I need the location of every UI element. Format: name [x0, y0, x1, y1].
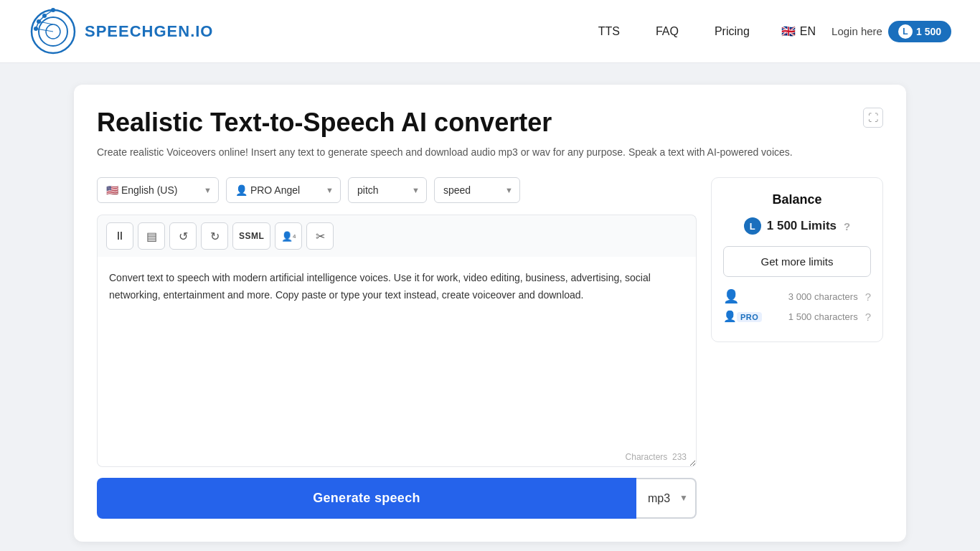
get-more-limits-button[interactable]: Get more limits	[723, 246, 871, 277]
lang-label: EN	[800, 25, 816, 38]
sidebar-panel: Balance L 1 500 Limits ? Get more limits…	[711, 177, 883, 342]
speed-select[interactable]: speed slow normal fast	[434, 177, 520, 203]
expand-icon[interactable]: ⛶	[863, 108, 883, 128]
textarea-wrap: Convert text to speech with modern artif…	[97, 257, 697, 469]
nav-pricing[interactable]: Pricing	[699, 18, 765, 45]
voice-select[interactable]: 👤 PRO Angel 👤 PRO John 👤 PRO Emma	[226, 177, 341, 203]
left-column: 🇺🇸 English (US) 🇬🇧 English (UK) 🇪🇸 Spani…	[97, 177, 697, 519]
redo-button[interactable]: ↻	[201, 222, 228, 250]
balance-card-title: Balance	[723, 192, 871, 207]
nav: TTS FAQ Pricing 🇬🇧 EN Login here L 1 500	[583, 17, 951, 45]
pro-limit-text: 1 500 characters	[788, 311, 858, 322]
cut-button[interactable]: ✂	[306, 222, 334, 250]
pro-user-icon: 👤PRO	[723, 310, 762, 323]
balance-icon: L	[898, 24, 913, 39]
main-wrap: Realistic Text-to-Speech AI converter ⛶ …	[60, 63, 920, 551]
logo-text: SPEECHGEN.IO	[85, 22, 213, 41]
pro-limit-question-icon[interactable]: ?	[865, 311, 871, 323]
logo-icon	[29, 7, 77, 56]
nav-faq[interactable]: FAQ	[640, 18, 694, 45]
toolbar: ⏸ ▤ ↺ ↻ SSML 👤4 ✂	[97, 215, 697, 257]
undo-button[interactable]: ↺	[169, 222, 197, 250]
format-select[interactable]: mp3 wav	[636, 479, 695, 517]
pitch-select[interactable]: pitch low medium high	[348, 177, 427, 203]
logo-area: SPEECHGEN.IO	[29, 7, 213, 56]
voice-select-wrap: 👤 PRO Angel 👤 PRO John 👤 PRO Emma ▼	[226, 177, 341, 203]
free-limit-question-icon[interactable]: ?	[865, 291, 871, 303]
balance-badge: L 1 500	[888, 21, 951, 42]
header: SPEECHGEN.IO TTS FAQ Pricing 🇬🇧 EN Login…	[0, 0, 980, 63]
balance-blue-icon: L	[744, 217, 761, 235]
voice-insert-button[interactable]: 👤4	[275, 222, 302, 250]
generate-row: Generate speech mp3 wav ▼	[97, 478, 697, 519]
login-link[interactable]: Login here	[831, 25, 882, 37]
pro-limit-row: 👤PRO 1 500 characters ?	[723, 310, 871, 323]
free-limit-text: 3 000 characters	[788, 291, 858, 302]
pause-button[interactable]: ⏸	[106, 222, 133, 250]
content-area: 🇺🇸 English (US) 🇬🇧 English (UK) 🇪🇸 Spani…	[97, 177, 883, 519]
controls-row: 🇺🇸 English (US) 🇬🇧 English (UK) 🇪🇸 Spani…	[97, 177, 697, 203]
bars-button[interactable]: ▤	[138, 222, 165, 250]
free-limit-row: 👤 3 000 characters ?	[723, 288, 871, 304]
balance-card: Balance L 1 500 Limits ? Get more limits…	[711, 177, 883, 342]
ssml-button[interactable]: SSML	[232, 222, 270, 250]
free-user-icon: 👤	[723, 288, 739, 304]
pro-badge: PRO	[737, 312, 762, 322]
generate-speech-button[interactable]: Generate speech	[97, 478, 636, 519]
nav-tts[interactable]: TTS	[583, 18, 636, 45]
format-select-wrap: mp3 wav ▼	[636, 478, 697, 519]
page-title: Realistic Text-to-Speech AI converter	[97, 108, 883, 138]
title-area: Realistic Text-to-Speech AI converter ⛶	[97, 108, 883, 138]
balance-question-icon[interactable]: ?	[844, 220, 850, 232]
balance-limit-text: 1 500 Limits	[767, 219, 837, 233]
speed-select-wrap: speed slow normal fast ▼	[434, 177, 520, 203]
pitch-select-wrap: pitch low medium high ▼	[348, 177, 427, 203]
balance-display: L 1 500 Limits ?	[723, 217, 871, 235]
language-select[interactable]: 🇺🇸 English (US) 🇬🇧 English (UK) 🇪🇸 Spani…	[97, 177, 219, 203]
balance-amount: 1 500	[916, 26, 941, 37]
page-subtitle: Create realistic Voiceovers online! Inse…	[97, 145, 883, 160]
main-card: Realistic Text-to-Speech AI converter ⛶ …	[74, 85, 906, 542]
login-area: Login here L 1 500	[831, 21, 951, 42]
lang-button[interactable]: 🇬🇧 EN	[770, 17, 827, 45]
lang-flag: 🇬🇧	[781, 24, 796, 38]
text-input[interactable]: Convert text to speech with modern artif…	[97, 257, 697, 467]
language-select-wrap: 🇺🇸 English (US) 🇬🇧 English (UK) 🇪🇸 Spani…	[97, 177, 219, 203]
